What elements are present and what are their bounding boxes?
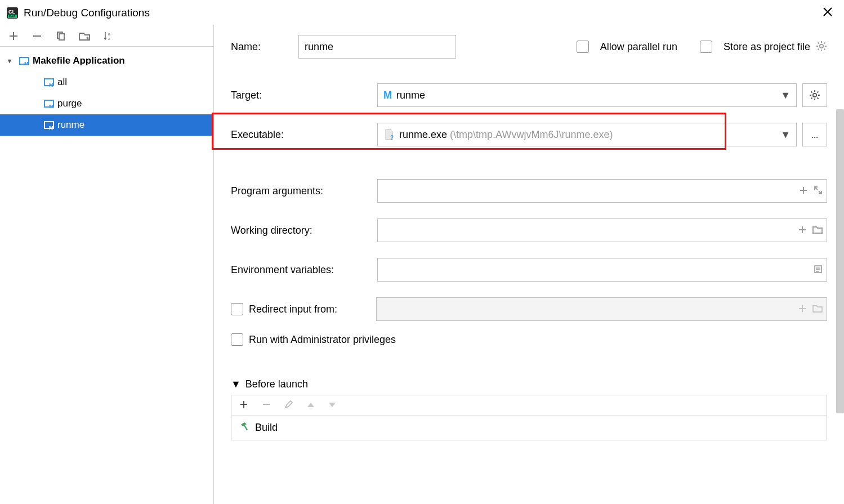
admin-privileges-label: Run with Administrator privileges xyxy=(249,334,396,346)
app-icon: CLEAP xyxy=(6,6,19,20)
svg-text:M: M xyxy=(24,61,29,66)
makefile-icon: M xyxy=(44,77,54,87)
executable-name: runme.exe xyxy=(399,129,447,141)
makefile-icon: M xyxy=(44,120,54,130)
add-config-button[interactable] xyxy=(8,30,19,42)
unknown-file-icon: ? xyxy=(383,129,395,140)
scrollbar-thumb[interactable] xyxy=(836,109,844,413)
tree-item-label: purge xyxy=(57,98,82,109)
bl-add-button[interactable] xyxy=(239,400,248,411)
makefile-icon: M xyxy=(44,99,54,109)
expand-caret-icon: ▾ xyxy=(8,57,16,65)
admin-privileges-checkbox[interactable] xyxy=(231,333,243,346)
svg-text:M: M xyxy=(49,82,53,87)
close-button[interactable] xyxy=(817,3,838,23)
target-label: Target: xyxy=(231,90,377,101)
target-value: runme xyxy=(396,90,425,101)
env-vars-label: Environment variables: xyxy=(231,264,377,276)
target-combo[interactable]: M runme ▼ xyxy=(377,83,797,107)
working-dir-input[interactable] xyxy=(377,218,827,242)
svg-text:CL: CL xyxy=(8,9,15,15)
tree-item-label: all xyxy=(57,77,67,88)
svg-text:a: a xyxy=(108,32,110,36)
before-launch-toolbar xyxy=(231,395,827,416)
executable-path: (\tmp\tmp.AWvwjvMm6J\runme.exe) xyxy=(450,129,613,141)
bl-edit-button[interactable] xyxy=(284,400,293,411)
tree-item-label: runme xyxy=(57,119,84,131)
collapse-caret-icon: ▼ xyxy=(231,378,241,390)
before-launch-box: Build xyxy=(231,395,827,440)
makefile-icon: M xyxy=(19,56,29,66)
tree-root-label: Makefile Application xyxy=(33,55,125,66)
svg-point-17 xyxy=(813,93,816,97)
expand-field-button[interactable] xyxy=(814,185,823,198)
bl-down-button[interactable] xyxy=(328,400,336,410)
chevron-down-icon: ▼ xyxy=(780,90,791,101)
sidebar: az ▾ M Makefile Application M all M purg… xyxy=(0,25,214,504)
program-args-label: Program arguments: xyxy=(231,185,377,197)
executable-browse-button[interactable]: ... xyxy=(802,123,827,146)
store-project-gear-icon[interactable] xyxy=(816,41,827,53)
tree-item-all[interactable]: M all xyxy=(0,72,213,93)
before-launch-item-label: Build xyxy=(255,422,278,434)
before-launch-label: Before launch xyxy=(245,378,308,390)
redirect-input-checkbox[interactable] xyxy=(231,303,243,315)
edit-env-vars-icon[interactable] xyxy=(814,264,823,276)
store-project-label: Store as project file xyxy=(724,41,810,53)
env-vars-input[interactable] xyxy=(377,258,827,282)
working-dir-label: Working directory: xyxy=(231,225,377,237)
copy-config-button[interactable] xyxy=(55,30,66,42)
save-template-button[interactable] xyxy=(79,30,90,42)
bl-remove-button[interactable] xyxy=(262,400,271,411)
svg-text:?: ? xyxy=(390,135,394,140)
dialog-title: Run/Debug Configurations xyxy=(24,7,817,19)
before-launch-header[interactable]: ▼ Before launch xyxy=(231,378,827,390)
bl-up-button[interactable] xyxy=(307,400,315,410)
before-launch-item-build[interactable]: Build xyxy=(231,416,827,440)
tree-item-purge[interactable]: M purge xyxy=(0,93,213,114)
svg-text:M: M xyxy=(49,104,53,109)
svg-rect-5 xyxy=(59,34,64,40)
svg-point-16 xyxy=(820,44,823,47)
tree-root-makefile[interactable]: ▾ M Makefile Application xyxy=(0,50,213,72)
program-args-input[interactable] xyxy=(377,179,827,203)
hammer-icon xyxy=(239,421,249,434)
redirect-input-field xyxy=(376,297,827,321)
svg-text:EAP: EAP xyxy=(9,15,16,18)
allow-parallel-checkbox[interactable] xyxy=(577,41,589,53)
svg-text:z: z xyxy=(108,37,110,41)
remove-config-button[interactable] xyxy=(32,30,43,42)
makefile-badge-icon: M xyxy=(383,90,392,101)
chevron-down-icon: ▼ xyxy=(780,129,791,141)
browse-folder-icon[interactable] xyxy=(812,224,823,237)
sort-az-button[interactable]: az xyxy=(102,30,114,42)
store-project-checkbox[interactable] xyxy=(700,41,712,53)
insert-macro-button[interactable] xyxy=(798,224,807,237)
redirect-input-label: Redirect input from: xyxy=(249,304,376,315)
config-tree: ▾ M Makefile Application M all M purge M… xyxy=(0,47,213,136)
browse-folder-icon xyxy=(812,303,823,316)
tree-item-runme[interactable]: M runme xyxy=(0,114,213,136)
allow-parallel-label: Allow parallel run xyxy=(600,41,677,53)
insert-macro-button[interactable] xyxy=(799,185,808,198)
name-input[interactable] xyxy=(298,35,456,59)
main-form: Name: Allow parallel run Store as projec… xyxy=(214,25,844,504)
executable-combo[interactable]: ? runme.exe (\tmp\tmp.AWvwjvMm6J\runme.e… xyxy=(377,123,797,146)
sidebar-toolbar: az xyxy=(0,25,213,47)
svg-text:M: M xyxy=(49,125,53,130)
target-settings-button[interactable] xyxy=(802,83,827,107)
titlebar: CLEAP Run/Debug Configurations xyxy=(0,0,844,25)
name-label: Name: xyxy=(231,41,282,53)
insert-macro-button xyxy=(798,303,807,316)
executable-label: Executable: xyxy=(231,129,377,141)
